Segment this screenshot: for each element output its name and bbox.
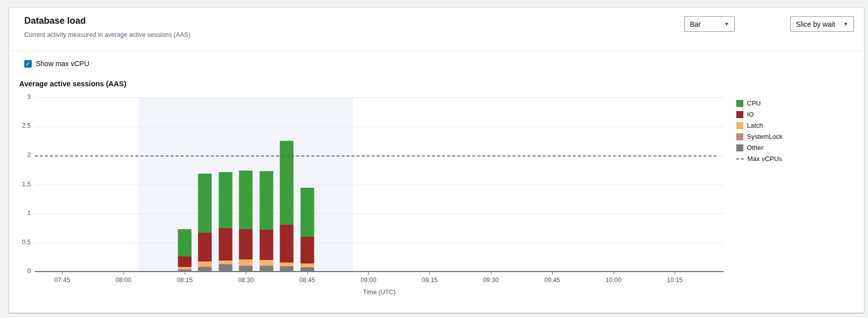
- slice-by-value: Slice by wait: [796, 20, 835, 28]
- legend-label: IO: [747, 111, 754, 118]
- load-bar-08:20[interactable]: [198, 174, 212, 272]
- legend-label: Latch: [747, 122, 763, 129]
- x-axis-tick-label: 09:00: [360, 277, 376, 284]
- bar-segment-CPU[interactable]: [300, 188, 314, 237]
- x-axis-tick: [246, 272, 246, 275]
- database-load-card: Database load Current activity measured …: [9, 7, 864, 313]
- x-axis-tick: [491, 272, 492, 275]
- bar-segment-CPU[interactable]: [239, 171, 253, 229]
- x-axis-tick: [62, 272, 63, 275]
- legend-item-other: Other: [736, 144, 783, 151]
- show-max-vcpu-label: Show max vCPU: [36, 60, 89, 68]
- chart-legend: CPUIOLatchSystemLockOtherMax vCPUs: [736, 99, 783, 163]
- legend-item-systemlock: SystemLock: [736, 133, 783, 140]
- dashed-line-icon: [736, 158, 744, 160]
- bar-segment-Latch[interactable]: [300, 263, 314, 268]
- x-axis-tick: [368, 272, 369, 275]
- bar-segment-Other[interactable]: [198, 267, 212, 272]
- aas-chart-plot-area: Time (UTC) 00.511.522.5307:4508:0008:150…: [35, 97, 724, 272]
- page-subtitle: Current activity measured in average act…: [24, 31, 190, 38]
- chart-type-value: Bar: [690, 20, 701, 28]
- slice-by-dropdown[interactable]: Slice by wait ▼: [790, 16, 854, 32]
- x-axis-tick: [614, 272, 614, 275]
- x-axis-line: [35, 271, 724, 272]
- bar-segment-Other[interactable]: [219, 264, 232, 272]
- bar-segment-Latch[interactable]: [259, 260, 273, 266]
- bar-segment-CPU[interactable]: [280, 141, 294, 225]
- gridline-y-0.5: [35, 243, 724, 243]
- x-axis-tick: [552, 272, 553, 275]
- chart-type-dropdown[interactable]: Bar ▼: [684, 16, 735, 32]
- load-bar-08:15[interactable]: [178, 229, 191, 272]
- legend-label: Other: [747, 144, 764, 151]
- bar-segment-Other[interactable]: [300, 268, 314, 272]
- load-bar-08:25[interactable]: [219, 172, 232, 272]
- legend-item-max-vcpus: Max vCPUs: [736, 155, 783, 163]
- bar-segment-IO[interactable]: [239, 229, 253, 259]
- y-axis-tick-label: 1: [13, 209, 31, 217]
- bar-segment-CPU[interactable]: [219, 172, 232, 228]
- bar-segment-CPU[interactable]: [178, 229, 191, 256]
- bar-segment-IO[interactable]: [300, 237, 314, 263]
- x-axis-tick: [185, 272, 185, 275]
- max-vcpus-line: [35, 155, 717, 156]
- x-axis-tick-label: 09:45: [545, 277, 560, 284]
- legend-label: SystemLock: [747, 133, 783, 140]
- y-axis-tick-label: 1.5: [13, 181, 31, 188]
- legend-item-cpu: CPU: [736, 99, 783, 107]
- bar-segment-IO[interactable]: [259, 230, 273, 260]
- bar-segment-Latch[interactable]: [198, 261, 212, 267]
- load-bar-08:30[interactable]: [239, 171, 253, 272]
- y-axis-tick-label: 2: [13, 151, 31, 158]
- x-axis-tick-label: 07:45: [55, 277, 70, 284]
- page-title: Database load: [24, 16, 86, 26]
- y-axis-tick-label: 0: [13, 268, 31, 275]
- legend-color-swatch: [736, 133, 743, 140]
- gridline-y-2.5: [35, 127, 724, 127]
- gridline-y-1: [35, 214, 724, 214]
- x-axis-tick: [307, 272, 308, 275]
- legend-item-latch: Latch: [736, 122, 783, 129]
- bar-segment-IO[interactable]: [280, 225, 294, 262]
- load-bar-08:45[interactable]: [300, 188, 314, 272]
- bar-segment-Other[interactable]: [259, 266, 273, 272]
- bar-segment-IO[interactable]: [219, 228, 232, 261]
- x-axis-tick-label: 08:45: [299, 277, 315, 284]
- show-max-vcpu-checkbox[interactable]: ✓: [24, 60, 32, 68]
- legend-color-swatch: [736, 111, 743, 118]
- bar-segment-CPU[interactable]: [259, 171, 273, 230]
- x-axis-title: Time (UTC): [363, 289, 396, 296]
- bar-segment-Latch[interactable]: [219, 260, 232, 264]
- x-axis-tick-label: 09:30: [483, 277, 499, 284]
- show-max-vcpu-row: ✓ Show max vCPU: [24, 60, 89, 68]
- load-bar-08:35[interactable]: [259, 171, 273, 272]
- x-axis-tick-label: 08:30: [238, 277, 254, 284]
- bar-segment-Other[interactable]: [239, 266, 253, 272]
- bar-segment-Other[interactable]: [280, 267, 294, 272]
- bar-segment-IO[interactable]: [198, 233, 212, 261]
- legend-label: Max vCPUs: [747, 155, 782, 163]
- legend-color-swatch: [736, 100, 743, 107]
- chart-title: Average active sessions (AAS): [19, 80, 126, 88]
- load-bar-08:40[interactable]: [280, 141, 294, 272]
- x-axis-tick-label: 08:00: [116, 277, 131, 284]
- x-axis-tick: [429, 272, 430, 275]
- legend-label: CPU: [747, 99, 761, 107]
- bar-segment-Latch[interactable]: [280, 262, 294, 266]
- x-axis-tick-label: 09:15: [422, 277, 438, 284]
- bar-segment-CPU[interactable]: [198, 174, 212, 233]
- bar-segment-IO[interactable]: [178, 256, 191, 268]
- x-axis-tick: [675, 272, 675, 275]
- chevron-down-icon: ▼: [843, 21, 848, 27]
- legend-item-io: IO: [736, 111, 783, 118]
- gridline-y-1.5: [35, 185, 724, 185]
- card-header: Database load Current activity measured …: [9, 8, 864, 51]
- x-axis-tick-label: 08:15: [177, 277, 192, 284]
- bar-segment-Other[interactable]: [178, 270, 191, 272]
- legend-color-swatch: [736, 144, 743, 151]
- x-axis-tick-label: 10:00: [606, 277, 621, 284]
- bar-segment-Latch[interactable]: [239, 259, 253, 266]
- legend-color-swatch: [736, 122, 743, 129]
- gridline-y-3: [35, 97, 724, 98]
- y-axis-tick-label: 2.5: [13, 122, 31, 129]
